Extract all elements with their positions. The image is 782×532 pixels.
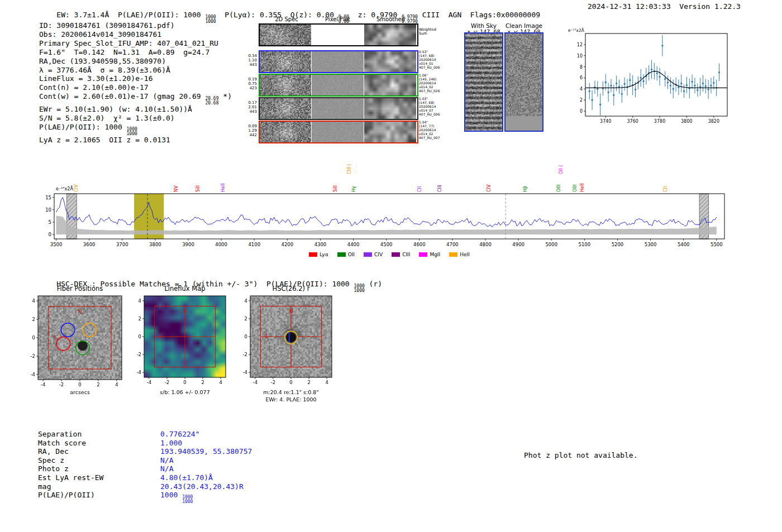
svg-text:4: 4 xyxy=(219,380,222,385)
legend-label: CIV xyxy=(374,252,383,257)
svg-text:3800: 3800 xyxy=(149,242,161,247)
svg-text:-2: -2 xyxy=(165,380,169,385)
table-row: Spec zN/A xyxy=(38,456,295,465)
svg-text:-4: -4 xyxy=(137,370,141,375)
spec2d-row-smoothed xyxy=(364,98,416,119)
svg-text:E: E xyxy=(54,335,57,341)
svg-text:3780: 3780 xyxy=(654,119,665,124)
hsc-plae-fraction: 10001000 xyxy=(354,284,365,293)
spec2d-weighted-label: WeightedSum xyxy=(419,28,436,36)
svg-text:5400: 5400 xyxy=(678,242,690,247)
spec2d-row-pixelflat xyxy=(312,122,364,142)
spec2d-weighted-smoothed xyxy=(364,25,416,45)
svg-text:5: 5 xyxy=(49,219,51,225)
svg-text:4500: 4500 xyxy=(380,242,393,247)
svg-text:2: 2 xyxy=(201,380,204,385)
svg-text:e⁻¹⁷x2Å: e⁻¹⁷x2Å xyxy=(568,28,585,33)
svg-text:2: 2 xyxy=(97,382,99,387)
spec2d-row-smoothed xyxy=(364,122,416,142)
spec2d-row-rightlabel: 1.54"(147, 77)20200614v014_02407_RU_007 xyxy=(419,121,440,140)
cutout-caption-arcsecs: arcsecs xyxy=(38,389,122,395)
svg-text:0: 0 xyxy=(139,334,141,339)
svg-text:3900: 3900 xyxy=(182,242,194,247)
spec2d-row-rightlabel: 1.06"(145, 246)20200614v014_02407_RU_026 xyxy=(419,74,440,93)
svg-text:5000: 5000 xyxy=(545,242,557,247)
header-flags: CIII AGN Flags:0x00000009 xyxy=(418,11,540,19)
legend-swatch xyxy=(392,252,400,257)
spec2d-weighted-2d xyxy=(260,25,311,45)
table-row: Est LyA rest-EW4.80(±1.70)Å xyxy=(38,473,295,482)
legend-swatch xyxy=(364,252,372,257)
cutout-title-lineflux-map: Lineflux Map xyxy=(144,285,226,293)
clean-image xyxy=(504,32,543,132)
legend-item: Lyα xyxy=(309,252,328,257)
svg-text:-4: -4 xyxy=(147,380,151,385)
table-row: Separation0.776224" xyxy=(38,430,295,439)
svg-text:SiII: SiII xyxy=(333,185,338,192)
svg-text:-4: -4 xyxy=(31,372,35,377)
svg-text:-4: -4 xyxy=(41,382,45,387)
legend-label: HeII xyxy=(460,252,470,257)
svg-text:e⁻¹⁷x2Å: e⁻¹⁷x2Å xyxy=(56,185,73,191)
svg-text:4000: 4000 xyxy=(215,242,227,247)
svg-text:15: 15 xyxy=(45,195,51,200)
svg-text:0: 0 xyxy=(245,334,247,339)
spec2d-row-leftlabel: 0.341.10443 xyxy=(239,54,257,68)
svg-text:3700: 3700 xyxy=(116,242,128,247)
spec2d-row-leftlabel: 0.091.29442 xyxy=(239,124,257,138)
svg-text:SiII: SiII xyxy=(196,185,201,192)
svg-text:4200: 4200 xyxy=(282,242,294,247)
svg-text:0: 0 xyxy=(183,380,186,385)
info-line-lyaz: LyA z = 2.1065 OII z = 0.0131 xyxy=(39,136,232,145)
table-row: RA, Dec193.940539, 55.380757 xyxy=(38,447,295,456)
svg-text:CII: CII xyxy=(663,186,668,192)
legend-swatch xyxy=(419,252,427,257)
svg-text:4: 4 xyxy=(139,298,141,304)
spec2d-row-leftlabel: 0.190.75423 xyxy=(239,77,257,91)
table-row: mag20.43(20.43,20.43)R xyxy=(38,482,295,491)
svg-text:OII (: OII ( xyxy=(559,165,564,174)
svg-text:CIII: CIII xyxy=(437,185,442,192)
info-line-lineflux: LineFlux = 3.30(±1.20)e-16 xyxy=(39,74,232,83)
zoom-spectrum-svg: 02468101237403760378038003820e⁻¹⁷x2Å xyxy=(567,25,735,131)
svg-text:3820: 3820 xyxy=(708,119,719,124)
svg-text:CII: CII xyxy=(417,186,422,192)
legend-item: OII xyxy=(337,252,355,257)
svg-text:4300: 4300 xyxy=(314,242,327,247)
spec2d-row-leftlabel: 0.172.01443 xyxy=(239,100,257,114)
svg-text:-2: -2 xyxy=(31,353,35,359)
svg-text:CIV: CIV xyxy=(487,184,492,192)
spec2d-row-smoothed xyxy=(364,75,416,95)
info-line-contn: Cont(n) = 2.10(±0.00)e-17 xyxy=(39,83,232,92)
svg-text:HeII: HeII xyxy=(221,183,226,192)
info-line-plae: P(LAE)/P(OII): 1000 10001000 xyxy=(39,123,232,136)
svg-text:0: 0 xyxy=(78,382,81,387)
info-block: ID: 3090184761 (3090184761.pdf) Obs: 202… xyxy=(39,21,232,145)
svg-text:2: 2 xyxy=(245,316,247,322)
cutout-overlay: -4-4-2-2002244NE xyxy=(21,293,127,391)
svg-text:5100: 5100 xyxy=(579,242,591,247)
spec2d-row-pixelflat xyxy=(312,51,364,72)
svg-text:0: 0 xyxy=(32,335,35,341)
header-summary-text: EW: 3.7±1.4Å P(LAE)/P(OII): 1000 xyxy=(56,11,205,19)
legend-item: CIII xyxy=(392,252,410,257)
info-line-obs: Obs: 20200614v014_3090184761 xyxy=(39,30,232,39)
spec2d-header-pixelflat: Pixel Flat xyxy=(312,16,364,22)
legend-swatch xyxy=(309,252,317,257)
table-row: P(LAE)/P(OII)1000 10001000 xyxy=(38,491,295,500)
svg-text:-4: -4 xyxy=(243,370,247,375)
svg-text:4600: 4600 xyxy=(413,242,426,247)
spec2d-row-smoothed xyxy=(364,51,416,72)
svg-text:-2: -2 xyxy=(137,352,141,357)
svg-text:2: 2 xyxy=(307,380,310,385)
svg-text:5200: 5200 xyxy=(612,242,624,247)
spec2d-row-2d xyxy=(260,75,311,95)
info-line-radec: RA,Dec (193.940598,55.380970) xyxy=(39,57,232,66)
cutout-title-hsc-r: HSC(26.2) r xyxy=(250,285,332,293)
svg-text:HeII: HeII xyxy=(580,183,585,192)
svg-text:CIII (: CIII ( xyxy=(347,164,352,174)
plae-fraction: 10001000 xyxy=(127,127,137,136)
svg-text:5500: 5500 xyxy=(711,242,723,247)
svg-text:4: 4 xyxy=(245,298,247,304)
svg-text:OIII: OIII xyxy=(573,185,578,192)
